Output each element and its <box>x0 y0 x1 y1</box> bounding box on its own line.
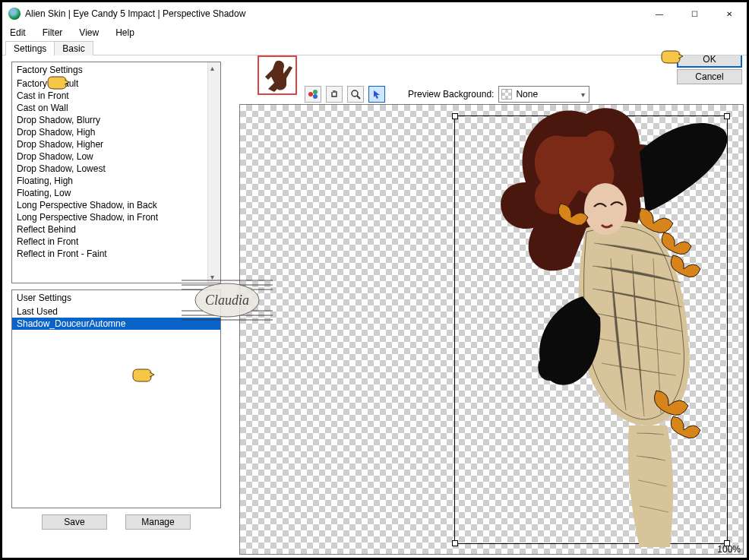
manage-button[interactable]: Manage <box>125 514 191 530</box>
factory-item[interactable]: Long Perspective Shadow, in Back <box>12 199 220 211</box>
menu-help[interactable]: Help <box>112 26 137 40</box>
preview-top-row: Preview Background: None OK Cancel <box>224 55 747 104</box>
toolbar: Preview Background: None <box>305 86 589 103</box>
factory-item[interactable]: Drop Shadow, Blurry <box>12 114 220 126</box>
right-panel: Preview Background: None OK Cancel <box>224 55 747 558</box>
user-settings-header: User Settings <box>12 290 220 305</box>
svg-line-4 <box>357 96 360 99</box>
factory-item[interactable]: Drop Shadow, Lowest <box>12 163 220 175</box>
tab-basic[interactable]: Basic <box>54 41 93 55</box>
titlebar: Alien Skin | Eye Candy 5 Impact | Perspe… <box>2 2 747 25</box>
user-settings-list: User Settings Last Used Shadow_DouceurAu… <box>11 289 221 508</box>
zoom-level: 100% <box>717 544 741 555</box>
factory-item[interactable]: Cast in Front <box>12 90 220 102</box>
factory-item[interactable]: Reflect in Front <box>12 236 220 248</box>
menu-filter[interactable]: Filter <box>40 26 66 40</box>
preview-canvas[interactable] <box>239 104 744 555</box>
menu-view[interactable]: View <box>76 26 102 40</box>
factory-item[interactable]: Reflect Behind <box>12 223 220 236</box>
dialog-buttons: OK Cancel <box>677 55 742 84</box>
factory-item[interactable]: Floating, Low <box>12 187 220 199</box>
left-buttons: Save Manage <box>11 514 221 530</box>
left-panel: Factory Settings Factory Default Cast in… <box>2 55 224 558</box>
tab-settings[interactable]: Settings <box>5 41 55 55</box>
svg-point-0 <box>308 92 313 96</box>
preview-bg-select[interactable]: None <box>498 86 589 103</box>
body: Factory Settings Factory Default Cast in… <box>2 55 747 558</box>
factory-settings-list: Factory Settings Factory Default Cast in… <box>11 62 221 283</box>
color-tool-icon[interactable] <box>305 86 321 103</box>
minimize-button[interactable]: — <box>642 2 677 25</box>
menubar: Edit Filter View Help <box>2 25 747 40</box>
tabstrip: Settings Basic <box>2 40 747 55</box>
factory-item[interactable]: Factory Default <box>12 78 220 90</box>
factory-item[interactable]: Drop Shadow, High <box>12 126 220 138</box>
user-item-selected[interactable]: Shadow_DouceurAutomne <box>12 318 220 330</box>
preview-bg-value: None <box>516 89 538 100</box>
factory-item[interactable]: Cast on Wall <box>12 102 220 114</box>
save-button[interactable]: Save <box>42 514 107 530</box>
factory-settings-header: Factory Settings <box>12 62 220 78</box>
factory-item[interactable]: Long Perspective Shadow, in Front <box>12 211 220 223</box>
factory-item[interactable]: Floating, High <box>12 175 220 187</box>
magnifier-tool-icon[interactable] <box>347 86 364 103</box>
factory-item[interactable]: Drop Shadow, Low <box>12 150 220 163</box>
factory-item[interactable]: Reflect in Front - Faint <box>12 248 220 260</box>
hand-tool-icon[interactable] <box>326 86 343 103</box>
window-title: Alien Skin | Eye Candy 5 Impact | Perspe… <box>25 8 642 19</box>
app-icon <box>8 8 21 20</box>
app-window: Alien Skin | Eye Candy 5 Impact | Perspe… <box>0 0 749 560</box>
pointer-tool-icon[interactable] <box>368 86 385 103</box>
scrollbar[interactable] <box>207 62 220 283</box>
svg-point-3 <box>352 90 358 96</box>
maximize-button[interactable]: ☐ <box>677 2 712 25</box>
svg-point-2 <box>313 94 318 99</box>
ok-button[interactable]: OK <box>677 55 742 68</box>
transparency-swatch-icon <box>501 89 512 100</box>
cancel-button[interactable]: Cancel <box>677 69 742 84</box>
svg-point-1 <box>313 90 318 94</box>
preview-image <box>450 106 744 555</box>
menu-edit[interactable]: Edit <box>7 26 29 40</box>
preview-thumbnail[interactable] <box>258 55 297 95</box>
close-button[interactable]: ✕ <box>712 2 747 25</box>
user-settings-items: Last Used Shadow_DouceurAutomne <box>12 305 220 330</box>
factory-item[interactable]: Drop Shadow, Higher <box>12 138 220 150</box>
user-item[interactable]: Last Used <box>12 305 220 318</box>
factory-settings-items: Factory Default Cast in Front Cast on Wa… <box>12 78 220 260</box>
preview-bg-label: Preview Background: <box>408 89 494 100</box>
